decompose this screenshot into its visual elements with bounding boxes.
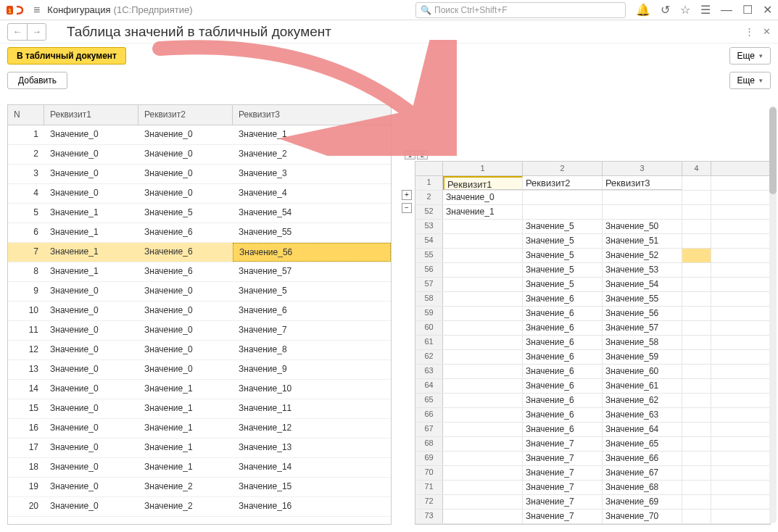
row-number[interactable]: 56 [415, 263, 443, 277]
table-row[interactable]: 5Значение_1Значение_5Значение_54 [8, 204, 391, 223]
sheet-row[interactable]: 69Значение_7Значение_66 [415, 452, 770, 466]
sheet-level-2[interactable]: 2 [417, 151, 428, 159]
cell[interactable]: Значение_5 [523, 220, 603, 233]
more-button-2[interactable]: Еще▾ [729, 72, 771, 89]
cell[interactable] [682, 321, 711, 335]
cell[interactable]: Значение_70 [603, 510, 682, 523]
cell[interactable]: Значение_6 [523, 307, 603, 320]
row-number[interactable]: 64 [415, 379, 443, 393]
table-row[interactable]: 16Значение_0Значение_1Значение_12 [8, 419, 391, 439]
row-number[interactable]: 65 [415, 394, 443, 407]
maximize-icon[interactable]: ☐ [742, 3, 753, 17]
cell[interactable]: Значение_6 [523, 350, 603, 364]
cell[interactable] [443, 307, 523, 320]
sheet-row[interactable]: 2Значение_0 [415, 191, 770, 205]
cell[interactable] [682, 466, 711, 480]
cell[interactable] [682, 423, 711, 436]
cell[interactable] [443, 437, 523, 451]
sheet-row[interactable]: 71Значение_7Значение_68 [415, 481, 770, 495]
row-number[interactable]: 2 [415, 191, 443, 204]
cell[interactable]: Значение_51 [603, 234, 682, 248]
cell[interactable]: Значение_65 [603, 437, 682, 451]
cell[interactable] [443, 394, 523, 407]
cell[interactable]: Значение_6 [523, 292, 603, 306]
col-header-4[interactable]: 4 [682, 162, 711, 175]
cell[interactable] [443, 510, 523, 523]
row-number[interactable]: 73 [415, 510, 443, 523]
cell[interactable] [682, 191, 711, 204]
row-number[interactable]: 59 [415, 307, 443, 320]
cell[interactable] [443, 379, 523, 393]
cell[interactable] [682, 234, 711, 248]
cell[interactable]: Реквизит3 [603, 176, 682, 190]
sheet-header-row[interactable]: 1Реквизит1Реквизит2Реквизит3 [415, 176, 770, 191]
add-button[interactable]: Добавить [7, 72, 67, 89]
col-header-r3[interactable]: Реквизит3 [233, 105, 391, 125]
table-row[interactable]: 3Значение_0Значение_0Значение_3 [8, 165, 391, 184]
row-number[interactable]: 63 [415, 365, 443, 378]
cell[interactable] [603, 205, 682, 219]
vertical-scrollbar[interactable] [769, 106, 777, 523]
cell[interactable]: Значение_6 [523, 365, 603, 378]
cell[interactable]: Значение_58 [603, 336, 682, 349]
star-icon[interactable]: ☆ [680, 3, 690, 17]
cell[interactable]: Значение_6 [523, 408, 603, 422]
cell[interactable] [443, 336, 523, 349]
cell[interactable]: Значение_61 [603, 379, 682, 393]
cell[interactable] [682, 336, 711, 349]
cell[interactable] [443, 321, 523, 335]
collapse-icon[interactable]: − [402, 203, 412, 213]
bell-icon[interactable]: 🔔 [636, 3, 650, 17]
row-number[interactable]: 67 [415, 423, 443, 436]
to-document-button[interactable]: В табличный документ [7, 47, 126, 65]
cell[interactable] [443, 423, 523, 436]
cell[interactable]: Значение_5 [523, 278, 603, 291]
table-row[interactable]: 20Значение_0Значение_2Значение_16 [8, 497, 391, 517]
cell[interactable]: Значение_7 [523, 437, 603, 451]
cell[interactable] [682, 408, 711, 422]
cell[interactable]: Значение_6 [523, 394, 603, 407]
nav-forward-button[interactable]: → [27, 24, 46, 40]
sheet-row[interactable]: 73Значение_7Значение_70 [415, 510, 770, 524]
sheet-row[interactable]: 68Значение_7Значение_65 [415, 437, 770, 452]
row-number[interactable]: 52 [415, 205, 443, 219]
sheet-row[interactable]: 70Значение_7Значение_67 [415, 466, 770, 481]
cell[interactable] [682, 263, 711, 277]
cell[interactable] [682, 205, 711, 219]
cell[interactable]: Значение_64 [603, 423, 682, 436]
corner-cell[interactable] [415, 162, 443, 175]
cell[interactable]: Значение_6 [523, 423, 603, 436]
cell[interactable]: Значение_53 [603, 263, 682, 277]
cell[interactable]: Значение_66 [603, 452, 682, 465]
col-header-n[interactable]: N [8, 105, 44, 125]
cell[interactable] [682, 365, 711, 378]
table-row[interactable]: 12Значение_0Значение_0Значение_8 [8, 341, 391, 360]
nav-back-button[interactable]: ← [8, 24, 27, 40]
table-row[interactable]: 8Значение_1Значение_6Значение_57 [8, 262, 391, 282]
row-number[interactable]: 62 [415, 350, 443, 364]
cell[interactable] [682, 350, 711, 364]
cell[interactable] [443, 408, 523, 422]
cell[interactable]: Значение_60 [603, 365, 682, 378]
options-icon[interactable]: ⋮ [745, 26, 754, 37]
sheet-row[interactable]: 59Значение_6Значение_56 [415, 307, 770, 321]
row-number[interactable]: 68 [415, 437, 443, 451]
sheet-row[interactable]: 66Значение_6Значение_63 [415, 408, 770, 423]
cell[interactable] [443, 234, 523, 248]
col-header-2[interactable]: 2 [523, 162, 603, 175]
table-row[interactable]: 4Значение_0Значение_0Значение_4 [8, 184, 391, 204]
cell[interactable]: Значение_6 [523, 321, 603, 335]
cell[interactable]: Значение_62 [603, 394, 682, 407]
table-row[interactable]: 14Значение_0Значение_1Значение_10 [8, 380, 391, 399]
cell[interactable] [682, 481, 711, 494]
cell[interactable] [443, 495, 523, 509]
sheet-row[interactable]: 54Значение_5Значение_51 [415, 234, 770, 249]
row-number[interactable]: 61 [415, 336, 443, 349]
cell[interactable]: Значение_7 [523, 452, 603, 465]
cell[interactable] [682, 394, 711, 407]
more-button-1[interactable]: Еще▾ [729, 47, 771, 65]
row-number[interactable]: 57 [415, 278, 443, 291]
cell[interactable]: Значение_0 [443, 191, 523, 204]
cell[interactable]: Значение_67 [603, 466, 682, 480]
cell[interactable]: Значение_5 [523, 263, 603, 277]
